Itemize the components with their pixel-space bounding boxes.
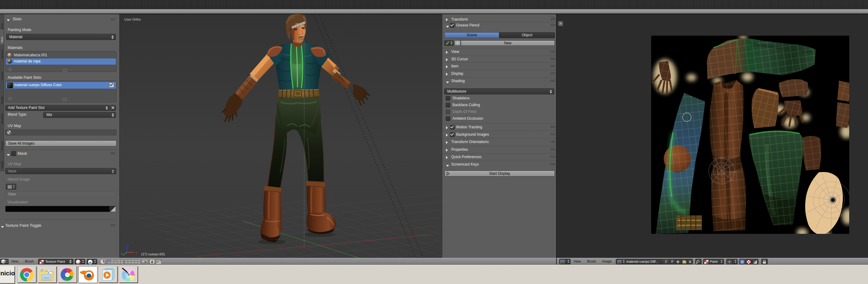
svg-text:y: y <box>121 252 123 255</box>
svg-text:z: z <box>128 243 129 247</box>
svg-text:(17) cuerpo.001: (17) cuerpo.001 <box>141 252 165 256</box>
svg-text:User Ortho: User Ortho <box>124 18 141 21</box>
svg-text:x: x <box>135 251 137 254</box>
svg-text:8: 8 <box>145 261 147 264</box>
